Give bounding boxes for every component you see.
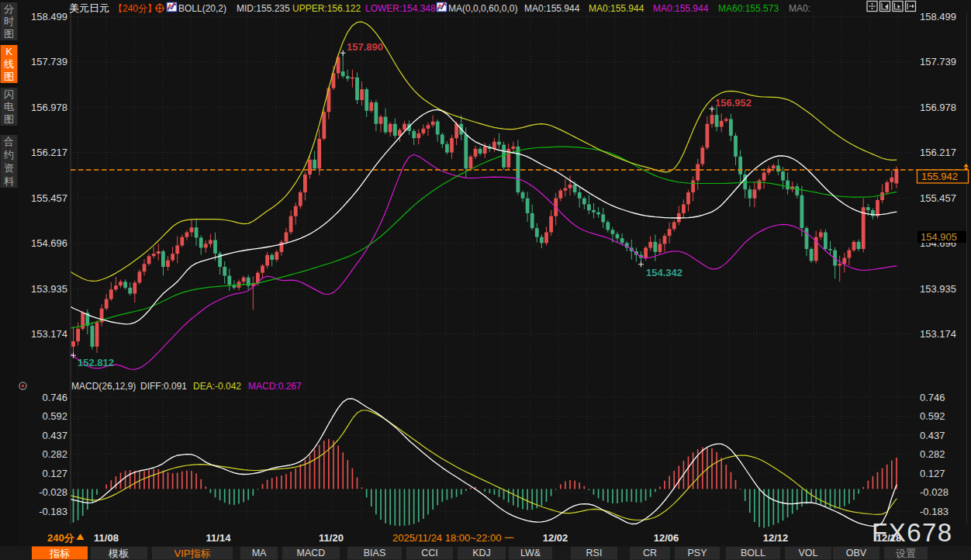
svg-text:分: 分: [4, 3, 14, 15]
svg-text:152.812: 152.812: [78, 357, 114, 368]
svg-text:158.499: 158.499: [920, 11, 956, 22]
svg-text:0.746: 0.746: [42, 392, 67, 403]
svg-text:MA0:: MA0:: [789, 3, 810, 14]
svg-text:11/08: 11/08: [94, 532, 119, 544]
svg-text:-0.183: -0.183: [39, 506, 67, 517]
svg-text:-0.028: -0.028: [39, 486, 67, 498]
svg-text:12/06: 12/06: [654, 532, 679, 544]
svg-text:【240分】: 【240分】: [113, 3, 157, 14]
svg-text:0.437: 0.437: [920, 430, 945, 441]
svg-text:合: 合: [4, 136, 14, 147]
svg-text:153.935: 153.935: [31, 283, 67, 295]
svg-text:DIFF:0.091: DIFF:0.091: [140, 381, 187, 392]
svg-text:料: 料: [4, 175, 14, 187]
svg-text:DEA:-0.042: DEA:-0.042: [193, 381, 241, 392]
svg-text:0.592: 0.592: [42, 410, 67, 422]
svg-text:KDJ: KDJ: [472, 548, 491, 558]
svg-text:156.217: 156.217: [920, 147, 956, 158]
svg-text:0.592: 0.592: [920, 410, 945, 422]
svg-text:MACD(26,12,9): MACD(26,12,9): [71, 381, 136, 392]
svg-text:155.942: 155.942: [921, 171, 958, 182]
svg-text:模板: 模板: [108, 548, 129, 559]
svg-text:155.457: 155.457: [31, 192, 67, 204]
svg-text:VOL: VOL: [798, 548, 817, 558]
svg-text:RSI: RSI: [586, 548, 603, 558]
svg-text:157.890: 157.890: [347, 41, 383, 53]
svg-text:指标: 指标: [49, 548, 70, 559]
svg-text:CCI: CCI: [421, 548, 438, 558]
svg-text:0.437: 0.437: [42, 430, 67, 441]
svg-text:BIAS: BIAS: [364, 548, 386, 558]
svg-text:CR: CR: [643, 548, 657, 558]
svg-text:157.739: 157.739: [920, 56, 956, 67]
svg-text:闪: 闪: [4, 88, 14, 100]
svg-text:153.174: 153.174: [31, 328, 67, 340]
svg-text:156.952: 156.952: [715, 97, 752, 109]
svg-text:157.739: 157.739: [31, 56, 67, 67]
svg-text:154.342: 154.342: [646, 267, 682, 278]
svg-text:VIP指标: VIP指标: [175, 548, 211, 559]
svg-text:156.978: 156.978: [920, 102, 956, 113]
svg-text:MA60:155.573: MA60:155.573: [718, 3, 779, 14]
svg-text:12/02: 12/02: [543, 532, 568, 544]
svg-text:美元日元: 美元日元: [69, 2, 109, 14]
svg-text:BOLL: BOLL: [741, 548, 765, 558]
svg-text:UPPER:156.122: UPPER:156.122: [292, 3, 361, 14]
svg-text:MA(0,0,0,60,0,0): MA(0,0,0,60,0,0): [448, 3, 517, 14]
svg-text:BOLL(20,2): BOLL(20,2): [178, 3, 226, 14]
svg-text:MID:155.235: MID:155.235: [237, 3, 290, 14]
svg-text:0.127: 0.127: [920, 468, 945, 479]
svg-text:155.457: 155.457: [920, 192, 956, 204]
svg-text:-0.028: -0.028: [920, 486, 949, 498]
svg-text:资: 资: [4, 162, 14, 174]
svg-text:线: 线: [4, 58, 14, 70]
svg-text:0.127: 0.127: [42, 468, 67, 479]
svg-text:153.935: 153.935: [920, 283, 956, 295]
svg-text:图: 图: [4, 113, 14, 125]
svg-text:LW&: LW&: [520, 548, 541, 558]
svg-text:156.217: 156.217: [31, 147, 67, 158]
svg-text:图: 图: [4, 28, 14, 40]
svg-text:-0.183: -0.183: [920, 506, 949, 517]
svg-text:MA: MA: [252, 548, 267, 558]
svg-text:电: 电: [4, 101, 14, 112]
svg-text:MACD:0.267: MACD:0.267: [248, 381, 302, 392]
svg-text:FX678: FX678: [872, 518, 953, 547]
svg-text:2025/11/24 18:00~22:00 一: 2025/11/24 18:00~22:00 一: [392, 532, 514, 544]
svg-text:11/14: 11/14: [206, 532, 232, 544]
svg-text:0.746: 0.746: [920, 392, 945, 403]
svg-text:图: 图: [4, 71, 14, 82]
svg-text:约: 约: [4, 149, 14, 161]
svg-text:153.174: 153.174: [920, 328, 956, 340]
svg-text:LOWER:154.348: LOWER:154.348: [365, 3, 436, 14]
svg-text:K: K: [5, 46, 12, 57]
svg-text:0.282: 0.282: [920, 448, 945, 460]
svg-text:MACD: MACD: [297, 548, 326, 558]
svg-text:MA0:155.944: MA0:155.944: [589, 3, 644, 14]
svg-text:12/12: 12/12: [763, 532, 789, 544]
svg-text:MA0:155.944: MA0:155.944: [653, 3, 709, 14]
svg-text:156.978: 156.978: [31, 102, 67, 113]
svg-text:158.499: 158.499: [31, 11, 67, 22]
svg-text:MA0:155.944: MA0:155.944: [524, 3, 580, 14]
svg-text:时: 时: [4, 16, 14, 27]
svg-text:0.282: 0.282: [42, 448, 67, 460]
svg-text:154.905: 154.905: [921, 231, 957, 243]
svg-text:240分: 240分: [47, 532, 75, 544]
svg-text:设置: 设置: [896, 548, 916, 559]
svg-text:11/20: 11/20: [319, 532, 344, 544]
svg-text:PSY: PSY: [687, 548, 707, 558]
svg-text:154.696: 154.696: [31, 237, 67, 249]
svg-text:OBV: OBV: [846, 548, 867, 558]
